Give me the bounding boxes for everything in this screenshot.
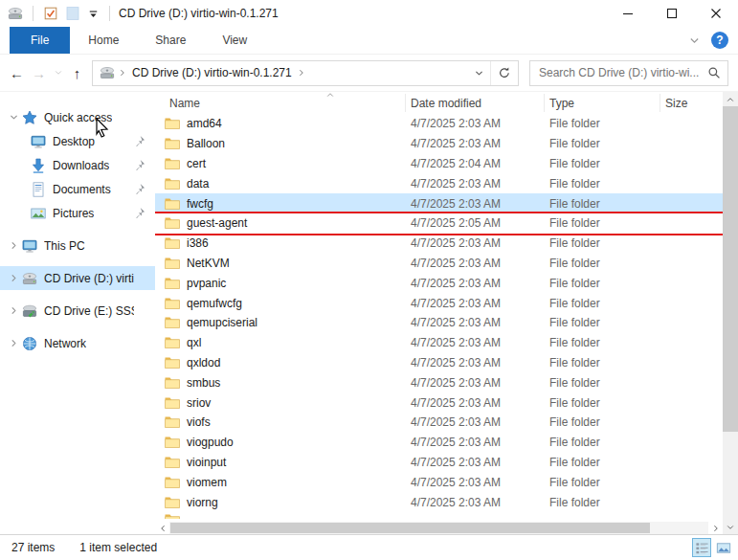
table-row[interactable]: viogpudo 4/7/2025 2:03 AM File folder [155,433,723,453]
column-header-size[interactable]: Size [660,94,714,112]
chevron-down-icon[interactable] [6,112,22,123]
table-row[interactable]: smbus 4/7/2025 2:03 AM File folder [155,372,723,392]
file-date-modified: 4/7/2025 2:03 AM [406,177,545,190]
minimize-button[interactable] [606,0,650,27]
ribbon-tab[interactable]: File [10,27,70,54]
back-button[interactable]: ← [6,61,28,84]
details-view-button[interactable] [692,538,711,557]
sidebar-item[interactable]: CD Drive (E:) SSS_X64 [0,299,155,323]
file-list-pane: Name Date modified Type Size amd64 4/7/2… [155,92,723,534]
table-row[interactable]: guest-agent 4/7/2025 2:05 AM File folder [155,213,723,234]
chevron-right-icon[interactable] [6,273,22,283]
expand-ribbon-icon[interactable] [688,34,701,47]
table-row[interactable]: i386 4/7/2025 2:03 AM File folder [155,234,723,254]
table-row[interactable]: NetKVM 4/7/2025 2:03 AM File folder [155,254,723,274]
file-date-modified: 4/7/2025 2:03 AM [406,415,545,429]
up-button[interactable]: ↑ [66,61,88,84]
pin-icon[interactable] [133,183,145,195]
pin-icon[interactable] [133,159,145,171]
table-row[interactable]: Balloon 4/7/2025 2:03 AM File folder [155,134,723,154]
refresh-button[interactable] [490,61,518,85]
scroll-up-icon[interactable] [723,92,738,106]
horizontal-scrollbar[interactable] [155,522,723,534]
scroll-down-icon[interactable] [723,520,738,534]
vertical-scrollbar[interactable] [723,92,738,534]
column-header-name[interactable]: Name [165,94,406,112]
chevron-right-icon[interactable] [297,68,306,78]
close-icon [708,6,724,21]
address-dropdown-icon[interactable] [467,68,490,78]
file-name: vioinput [187,456,226,469]
address-bar[interactable]: CD Drive (D:) virtio-win-0.1.271 [92,60,519,86]
breadcrumb[interactable]: CD Drive (D:) virtio-win-0.1.271 [132,66,292,79]
quick-access-toolbar [0,6,113,21]
new-folder-icon[interactable] [65,6,80,21]
sidebar-item-label: Pictures [53,207,94,220]
table-row[interactable]: qemufwcfg 4/7/2025 2:03 AM File folder [155,293,723,313]
folder-icon [165,236,180,250]
sidebar-item[interactable]: Documents [0,177,155,201]
vertical-scrollbar-track[interactable] [723,106,738,520]
table-row-partial[interactable] [155,513,723,519]
table-row[interactable]: qxl 4/7/2025 2:03 AM File folder [155,333,723,353]
forward-button[interactable]: → [28,61,50,84]
table-row[interactable]: qxldod 4/7/2025 2:03 AM File folder [155,353,723,373]
sidebar-item[interactable]: Quick access [0,105,155,129]
sidebar-item[interactable]: CD Drive (D:) virtio-w [0,266,155,290]
scroll-right-icon[interactable] [708,522,723,534]
chevron-right-icon[interactable] [6,338,22,348]
sort-ascending-icon [325,90,335,100]
sidebar-item-label: Downloads [53,159,109,172]
ribbon-tab[interactable]: Share [137,27,204,54]
table-row[interactable]: cert 4/7/2025 2:04 AM File folder [155,154,723,174]
pin-icon[interactable] [133,135,145,147]
table-row[interactable]: viomem 4/7/2025 2:03 AM File folder [155,472,723,492]
chevron-right-icon[interactable] [6,305,22,316]
document-icon [31,182,46,197]
file-name: viofs [187,415,211,429]
column-header-date-modified[interactable]: Date modified [406,94,545,112]
monitor-icon [22,238,37,254]
file-type: File folder [545,496,660,509]
recent-locations-dropdown[interactable] [50,61,66,84]
horizontal-scrollbar-track[interactable] [169,522,708,534]
table-row[interactable]: amd64 4/7/2025 2:03 AM File folder [155,114,723,134]
search-box[interactable]: Search CD Drive (D:) virtio-wi... [529,60,728,86]
scroll-left-icon[interactable] [155,522,169,534]
ribbon-tab[interactable]: View [204,27,265,54]
file-date-modified: 4/7/2025 2:03 AM [406,236,545,250]
table-row[interactable]: fwcfg 4/7/2025 2:03 AM File folder [155,193,723,213]
ribbon-tab[interactable]: Home [70,27,137,54]
search-icon[interactable] [707,66,721,79]
table-row[interactable]: viofs 4/7/2025 2:03 AM File folder [155,413,723,433]
sidebar-item[interactable]: This PC [0,234,155,258]
sidebar-item-label: Desktop [53,135,95,148]
sidebar-item[interactable]: Pictures [0,201,155,225]
table-row[interactable]: qemupciserial 4/7/2025 2:03 AM File fold… [155,313,723,333]
sidebar-item-label: CD Drive (D:) virtio-w [44,272,134,285]
customize-quick-access-toolbar-icon[interactable] [87,8,100,20]
table-row[interactable]: data 4/7/2025 2:03 AM File folder [155,173,723,193]
maximize-button[interactable] [650,0,694,27]
file-type: File folder [545,456,660,469]
thumbnails-view-button[interactable] [714,538,733,557]
vertical-scrollbar-thumb[interactable] [723,106,738,432]
star-icon [22,110,37,125]
sidebar-item[interactable]: Downloads [0,153,155,177]
pin-icon[interactable] [133,207,145,219]
chevron-right-icon[interactable] [6,240,22,251]
table-row[interactable]: viorng 4/7/2025 2:03 AM File folder [155,492,723,512]
help-button[interactable]: ? [711,32,728,49]
table-row[interactable]: vioinput 4/7/2025 2:03 AM File folder [155,453,723,473]
table-row[interactable]: sriov 4/7/2025 2:03 AM File folder [155,392,723,413]
file-name: pvpanic [187,277,226,290]
folder-icon [165,513,180,519]
column-header-type[interactable]: Type [545,94,660,112]
close-button[interactable] [694,0,738,27]
sidebar-item[interactable]: Network [0,331,155,355]
table-row[interactable]: pvpanic 4/7/2025 2:03 AM File folder [155,273,723,293]
properties-checkbox-icon[interactable] [43,6,58,21]
folder-icon [165,415,180,429]
sidebar-item[interactable]: Desktop [0,129,155,153]
horizontal-scrollbar-thumb[interactable] [170,523,650,533]
